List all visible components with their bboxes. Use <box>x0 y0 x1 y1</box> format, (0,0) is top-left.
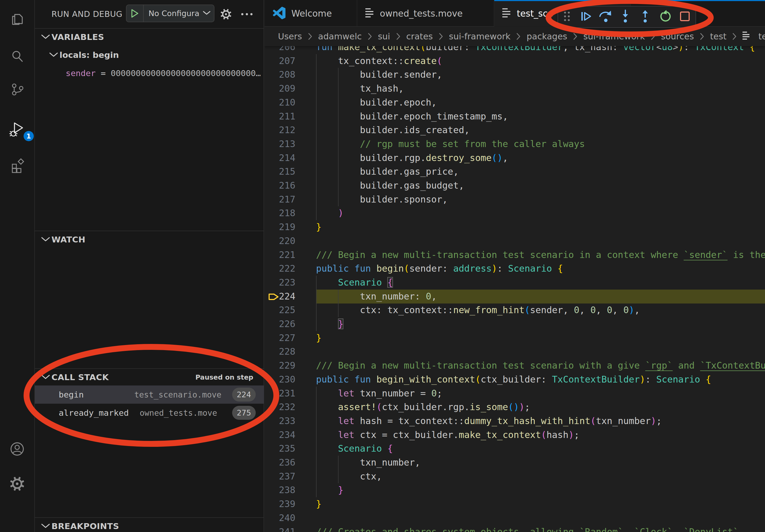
views-more-actions-button[interactable] <box>239 0 255 28</box>
section-label: VARIABLES <box>51 32 104 42</box>
debug-continue-button[interactable] <box>576 6 596 27</box>
code-line-240[interactable]: 240 <box>265 511 765 525</box>
code-line-213[interactable]: 213 // rgp must be set from the caller a… <box>265 137 765 151</box>
breadcrumb-chevron-icon <box>395 32 401 40</box>
line-number: 223 <box>265 276 296 290</box>
debug-step-into-icon <box>619 10 631 24</box>
debug-restart-button[interactable] <box>655 6 675 27</box>
code-line-236[interactable]: 236 txn_number, <box>265 456 765 470</box>
code-line-231[interactable]: 231 let txn_number = 0; <box>265 387 765 400</box>
activity-bar-item-search[interactable] <box>0 46 34 67</box>
code-line-226[interactable]: 226 } <box>265 317 765 331</box>
code-line-228[interactable]: 228 <box>265 345 765 359</box>
chevron-down-icon <box>40 34 51 40</box>
code-line-237[interactable]: 237 ctx, <box>265 470 765 483</box>
start-debugging-button[interactable] <box>127 5 143 22</box>
debug-configuration-label[interactable]: No Configura <box>144 9 203 18</box>
debug-step-over-icon <box>598 10 612 24</box>
code-line-223[interactable]: 223 Scenario { <box>265 276 765 290</box>
code-line-212[interactable]: 212 builder.ids_created, <box>265 123 765 137</box>
editor-tab-welcome[interactable]: Welcome <box>265 0 357 27</box>
line-number: 234 <box>265 428 296 442</box>
frame-function: begin <box>59 390 84 399</box>
line-number: 221 <box>265 248 296 262</box>
debug-toolbar-drag-handle[interactable] <box>558 6 576 27</box>
code-line-text: /// Begin a new multi-transaction test s… <box>316 359 765 373</box>
code-line-233[interactable]: 233 let hash = tx_context::dummy_tx_hash… <box>265 414 765 428</box>
code-line-text: // rgp must be set from the caller alway… <box>316 137 585 151</box>
code-line-239[interactable]: 239} <box>265 497 765 511</box>
activity-bar-item-run-and-debug[interactable]: 1 <box>0 119 34 140</box>
breadcrumb-item[interactable]: sui-framework <box>583 31 645 42</box>
frame-function: already_marked <box>59 408 129 417</box>
code-line-207[interactable]: 207 tx_context::create( <box>265 54 765 68</box>
code-line-232[interactable]: 232 assert!(ctx_builder.rgp.is_some()); <box>265 400 765 414</box>
debug-configuration-picker[interactable]: No Configura <box>126 5 215 22</box>
section-header-breakpoints[interactable]: BREAKPOINTS <box>35 518 264 532</box>
code-line-225[interactable]: 225 ctx: tx_context::new_from_hint(sende… <box>265 303 765 317</box>
breadcrumb-item[interactable]: test <box>710 31 726 42</box>
debug-step-over-button[interactable] <box>596 6 615 27</box>
breadcrumb-item[interactable]: adamwelc <box>318 31 362 42</box>
section-header-watch[interactable]: WATCH <box>35 231 264 248</box>
code-line-224[interactable]: 224 txn_number: 0, <box>265 290 765 304</box>
section-label: CALL STACK <box>51 372 109 382</box>
code-line-214[interactable]: 214 builder.rgp.destroy_some(), <box>265 151 765 165</box>
code-line-215[interactable]: 215 builder.gas_price, <box>265 165 765 179</box>
tab-label: test_sce <box>517 8 553 19</box>
code-line-221[interactable]: 221/// Begin a new multi-transaction tes… <box>265 248 765 262</box>
activity-bar-item-settings[interactable] <box>0 474 34 495</box>
debug-settings-gear-button[interactable] <box>218 0 234 28</box>
section-header-call-stack[interactable]: CALL STACKPaused on step <box>35 369 264 386</box>
code-line-219[interactable]: 219} <box>265 220 765 234</box>
code-line-234[interactable]: 234 let ctx = ctx_builder.make_tx_contex… <box>265 428 765 442</box>
line-number: 231 <box>265 387 296 400</box>
section-header-variables[interactable]: VARIABLES <box>35 29 264 45</box>
code-line-209[interactable]: 209 tx_hash, <box>265 82 765 96</box>
activity-bar-item-source-control[interactable] <box>0 79 34 101</box>
editor-tab-owned_tests-move[interactable]: owned_tests.move <box>357 0 494 27</box>
breadcrumb-item[interactable]: sui-framework <box>449 31 511 42</box>
line-number: 239 <box>265 497 296 511</box>
code-line-241[interactable]: 241/// Creates and shares system objects… <box>265 525 765 532</box>
code-line-230[interactable]: 230public fun begin_with_context(ctx_bui… <box>265 373 765 387</box>
breadcrumb-chevron-icon <box>516 32 521 40</box>
debug-step-into-button[interactable] <box>615 6 635 27</box>
activity-bar-item-extensions[interactable] <box>0 155 34 177</box>
line-number: 226 <box>265 317 296 331</box>
code-line-229[interactable]: 229/// Begin a new multi-transaction tes… <box>265 359 765 373</box>
code-line-218[interactable]: 218 ) <box>265 206 765 220</box>
breadcrumb-item[interactable]: Users <box>278 31 302 42</box>
variable-row-sender[interactable]: sender = 00000000000000000000000000000… <box>35 64 264 82</box>
debug-stop-button[interactable] <box>675 6 695 27</box>
debug-step-out-icon <box>639 10 651 24</box>
call-stack-frame-begin[interactable]: begintest_scenario.move224 <box>35 386 264 404</box>
activity-bar-item-explorer[interactable] <box>0 9 34 30</box>
breadcrumb-file[interactable]: te <box>742 31 765 42</box>
call-stack-frame-already_marked[interactable]: already_markedowned_tests.move275 <box>35 404 264 422</box>
breadcrumb-item[interactable]: packages <box>526 31 567 42</box>
code-line-211[interactable]: 211 builder.epoch_timestamp_ms, <box>265 110 765 124</box>
breadcrumb-item[interactable]: sources <box>661 31 694 42</box>
code-line-208[interactable]: 208 builder.sender, <box>265 68 765 82</box>
debug-step-out-button[interactable] <box>635 6 655 27</box>
code-line-238[interactable]: 238 } <box>265 483 765 497</box>
code-line-text: builder.sponsor, <box>316 193 447 206</box>
breadcrumb-item[interactable]: sui <box>378 31 390 42</box>
chevron-down-icon <box>203 10 211 16</box>
breadcrumb-item[interactable]: crates <box>406 31 433 42</box>
activity-bar-item-account[interactable] <box>0 439 34 460</box>
code-line-217[interactable]: 217 builder.sponsor, <box>265 193 765 206</box>
code-line-210[interactable]: 210 builder.epoch, <box>265 96 765 110</box>
code-line-216[interactable]: 216 builder.gas_budget, <box>265 179 765 193</box>
code-line-text: let hash = tx_context::dummy_tx_hash_wit… <box>316 414 662 428</box>
code-line-text: } <box>316 220 322 234</box>
code-line-220[interactable]: 220 <box>265 234 765 248</box>
variables-scope-row[interactable]: locals: begin <box>35 46 264 64</box>
code-area[interactable]: 206fun make_tx_context(builder: TxContex… <box>265 0 765 532</box>
code-line-227[interactable]: 227} <box>265 331 765 345</box>
debug-toolbar <box>557 6 696 28</box>
code-line-235[interactable]: 235 Scenario { <box>265 442 765 456</box>
line-number: 237 <box>265 470 296 483</box>
code-line-222[interactable]: 222public fun begin(sender: address): Sc… <box>265 262 765 276</box>
